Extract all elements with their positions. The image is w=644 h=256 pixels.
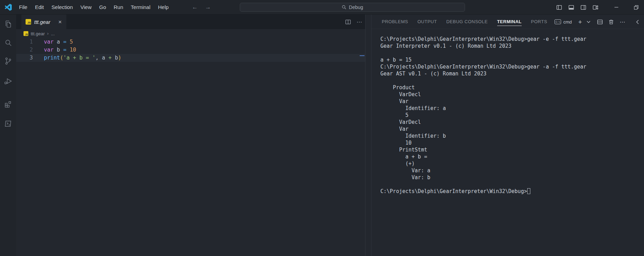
code-token: ) (118, 55, 121, 61)
terminal-prompt: C:\Projects\Delphi\GearInterpreter\Win32… (380, 188, 527, 194)
breadcrumb: JS ttt.gear › ... (16, 29, 365, 38)
tab-label: ttt.gear (34, 19, 50, 25)
tab-close-icon[interactable]: × (58, 19, 62, 25)
code-text[interactable]: var b = 10 (44, 46, 76, 54)
toggle-primary-sidebar-icon[interactable] (556, 4, 562, 10)
vscode-logo-icon (5, 4, 12, 11)
menu-item-go[interactable]: Go (95, 2, 110, 12)
code-token (54, 39, 57, 45)
line-number[interactable]: 2 (16, 46, 37, 54)
customize-layout-icon[interactable] (592, 4, 598, 10)
code-token: print (44, 55, 60, 61)
code-token: 'a + b = ' (63, 55, 95, 61)
toggle-panel-icon[interactable] (568, 4, 574, 10)
code-line: 1var a = 5 (16, 38, 365, 46)
code-token: 5 (70, 39, 73, 45)
extensions-icon[interactable] (4, 100, 12, 108)
navigate-back-icon[interactable]: ← (191, 4, 199, 11)
window-restore-icon[interactable] (633, 4, 639, 10)
code-token (54, 47, 57, 53)
code-token: ( (60, 55, 63, 61)
tab-ttt-gear[interactable]: JS ttt.gear × (21, 15, 66, 29)
breadcrumb-file[interactable]: ttt.gear (31, 31, 45, 36)
panel-tab-ports[interactable]: PORTS (531, 18, 547, 26)
code-token (60, 39, 63, 45)
code-token (66, 39, 69, 45)
js-file-icon: JS (26, 19, 31, 25)
code-token (112, 55, 115, 61)
terminal-prompt-line: C:\Projects\Delphi\GearInterpreter\Win32… (380, 188, 644, 195)
code-line: 2var b = 10 (16, 46, 365, 54)
bottom-panel: PROBLEMSOUTPUTDEBUG CONSOLETERMINALPORTS… (371, 15, 644, 256)
launch-profile-chevron-down-icon[interactable] (585, 19, 591, 25)
code-token: var (44, 39, 54, 45)
search-value: Debug (349, 4, 363, 10)
line-number[interactable]: 1 (16, 38, 37, 46)
kill-terminal-trash-icon[interactable] (608, 19, 614, 25)
search-sidebar-icon[interactable] (4, 38, 12, 47)
menu-item-help[interactable]: Help (154, 2, 172, 12)
new-terminal-icon[interactable]: + (577, 19, 583, 25)
code-token (66, 47, 69, 53)
toggle-secondary-sidebar-icon[interactable] (580, 4, 586, 10)
code-token (60, 47, 63, 53)
panel-more-actions-icon[interactable]: ⋯ (619, 19, 626, 25)
menu-bar: FileEditSelectionViewGoRunTerminalHelp (15, 0, 172, 14)
terminal-output[interactable]: C:\Projects\Delphi\GearInterpreter\Win32… (371, 29, 644, 195)
code-editor[interactable]: 1var a = 52var b = 103print('a + b = ', … (16, 38, 365, 62)
code-token: = (63, 47, 66, 53)
split-editor-icon[interactable] (345, 19, 351, 25)
code-token: a (102, 55, 105, 61)
code-token: , (95, 55, 102, 61)
line-number[interactable]: 3 (16, 54, 37, 62)
code-token: a (57, 39, 60, 45)
code-token: b (115, 55, 118, 61)
code-line: 3print('a + b = ', a + b) (16, 54, 365, 62)
code-token: = (63, 39, 66, 45)
activity-bar (0, 15, 16, 256)
terminal-cursor (527, 188, 530, 194)
shell-label: cmd (563, 19, 572, 25)
menu-item-terminal[interactable]: Terminal (127, 2, 154, 12)
source-control-icon[interactable] (4, 57, 12, 65)
breadcrumb-js-file-icon: JS (23, 31, 28, 36)
search-icon (342, 5, 347, 10)
title-bar: FileEditSelectionViewGoRunTerminalHelp ←… (0, 0, 644, 15)
panel-tab-problems[interactable]: PROBLEMS (382, 18, 408, 26)
menu-item-edit[interactable]: Edit (31, 2, 48, 12)
command-center-search[interactable]: Debug (240, 3, 465, 12)
overview-ruler-cursor-marker (360, 55, 364, 56)
window-minimize-icon[interactable] (613, 4, 619, 10)
code-token (105, 55, 108, 61)
menu-item-file[interactable]: File (15, 2, 31, 12)
code-token: b (57, 47, 60, 53)
code-text[interactable]: print('a + b = ', a + b) (44, 54, 121, 62)
code-token: 10 (70, 47, 76, 53)
code-token: var (44, 47, 54, 53)
editor-group: JS ttt.gear × ⋯ JS ttt.gear › ... 1var a… (16, 15, 366, 256)
run-and-debug-icon[interactable] (4, 77, 12, 85)
terminal-sidebar-icon[interactable] (4, 119, 12, 128)
terminal-shell-selector[interactable]: C:\ cmd (555, 19, 572, 25)
panel-header: PROBLEMSOUTPUTDEBUG CONSOLETERMINALPORTS… (371, 15, 644, 29)
panel-tab-output[interactable]: OUTPUT (417, 18, 437, 26)
cmd-shell-icon: C:\ (555, 19, 561, 24)
code-text[interactable]: var a = 5 (44, 38, 73, 46)
split-terminal-icon[interactable] (597, 19, 603, 25)
explorer-icon[interactable] (4, 20, 12, 28)
editor-tab-bar: JS ttt.gear × ⋯ (16, 15, 365, 29)
panel-tab-terminal[interactable]: TERMINAL (497, 18, 522, 26)
menu-item-run[interactable]: Run (110, 2, 127, 12)
navigate-forward-icon[interactable]: → (204, 4, 212, 11)
editor-more-actions-icon[interactable]: ⋯ (357, 19, 362, 25)
menu-item-selection[interactable]: Selection (48, 2, 77, 12)
panel-tab-debug-console[interactable]: DEBUG CONSOLE (446, 18, 488, 26)
code-token: + (108, 55, 112, 61)
menu-item-view[interactable]: View (77, 2, 95, 12)
breadcrumb-more[interactable]: ... (51, 31, 55, 36)
breadcrumb-separator: › (47, 31, 48, 36)
terminal-output-text: C:\Projects\Delphi\GearInterpreter\Win32… (380, 36, 644, 188)
chevron-left-icon[interactable] (634, 19, 641, 25)
terminal-toolbar: C:\ cmd + ⋯ (555, 15, 644, 29)
